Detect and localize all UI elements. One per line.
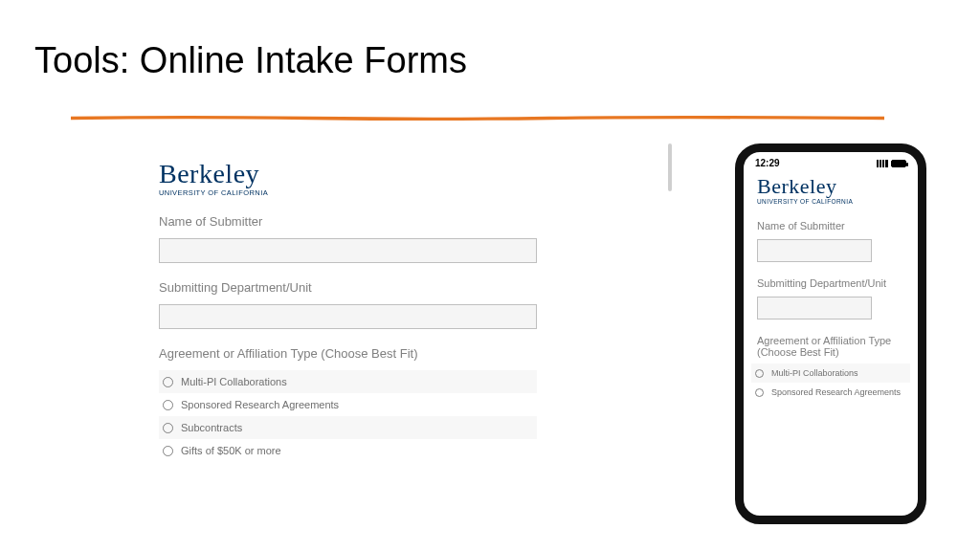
radio-label: Subcontracts xyxy=(181,422,242,433)
radio-label: Sponsored Research Agreements xyxy=(181,399,339,410)
slide-title: Tools: Online Intake Forms xyxy=(0,0,980,81)
signal-icon xyxy=(877,160,888,167)
department-input[interactable] xyxy=(159,304,537,329)
radio-icon xyxy=(163,423,173,433)
logo-subtitle: UNIVERSITY OF CALIFORNIA xyxy=(159,188,537,197)
phone-form-preview: Berkeley UNIVERSITY OF CALIFORNIA Name o… xyxy=(744,170,918,402)
logo-name: Berkeley xyxy=(159,161,537,187)
berkeley-logo: Berkeley UNIVERSITY OF CALIFORNIA xyxy=(757,176,904,205)
phone-status-bar: 12:29 xyxy=(744,152,918,170)
radio-icon xyxy=(755,388,764,397)
radio-option[interactable]: Multi-PI Collaborations xyxy=(751,364,910,383)
radio-option[interactable]: Multi-PI Collaborations xyxy=(159,370,537,393)
radio-label: Multi-PI Collaborations xyxy=(181,376,287,387)
radio-label: Multi-PI Collaborations xyxy=(771,368,858,378)
radio-option[interactable]: Gifts of $50K or more xyxy=(159,439,537,462)
desktop-form-preview: Berkeley UNIVERSITY OF CALIFORNIA Name o… xyxy=(159,161,537,462)
agreement-radio-list: Multi-PI Collaborations Sponsored Resear… xyxy=(159,370,537,462)
submitter-input[interactable] xyxy=(159,238,537,263)
submitter-input[interactable] xyxy=(757,239,872,262)
phone-status-icons xyxy=(877,160,906,167)
logo-name: Berkeley xyxy=(757,176,904,197)
radio-icon xyxy=(755,369,764,378)
radio-icon xyxy=(163,446,173,456)
field-label-submitter: Name of Submitter xyxy=(757,220,904,231)
berkeley-logo: Berkeley UNIVERSITY OF CALIFORNIA xyxy=(159,161,537,197)
phone-mockup: 12:29 Berkeley UNIVERSITY OF CALIFORNIA … xyxy=(735,143,926,524)
scrollbar-hint xyxy=(668,143,672,191)
field-label-agreement: Agreement or Affiliation Type (Choose Be… xyxy=(757,335,904,358)
radio-label: Sponsored Research Agreements xyxy=(771,387,901,397)
field-label-agreement: Agreement or Affiliation Type (Choose Be… xyxy=(159,346,537,361)
field-label-department: Submitting Department/Unit xyxy=(159,280,537,295)
phone-time: 12:29 xyxy=(755,158,780,168)
title-underline xyxy=(71,107,884,112)
radio-option[interactable]: Sponsored Research Agreements xyxy=(159,393,537,416)
department-input[interactable] xyxy=(757,297,872,320)
agreement-radio-list: Multi-PI Collaborations Sponsored Resear… xyxy=(751,364,910,402)
field-label-submitter: Name of Submitter xyxy=(159,214,537,229)
logo-subtitle: UNIVERSITY OF CALIFORNIA xyxy=(757,198,904,205)
radio-icon xyxy=(163,400,173,410)
radio-icon xyxy=(163,377,173,387)
radio-label: Gifts of $50K or more xyxy=(181,445,281,456)
battery-icon xyxy=(891,160,906,167)
radio-option[interactable]: Subcontracts xyxy=(159,416,537,439)
radio-option[interactable]: Sponsored Research Agreements xyxy=(751,383,910,402)
field-label-department: Submitting Department/Unit xyxy=(757,277,904,289)
